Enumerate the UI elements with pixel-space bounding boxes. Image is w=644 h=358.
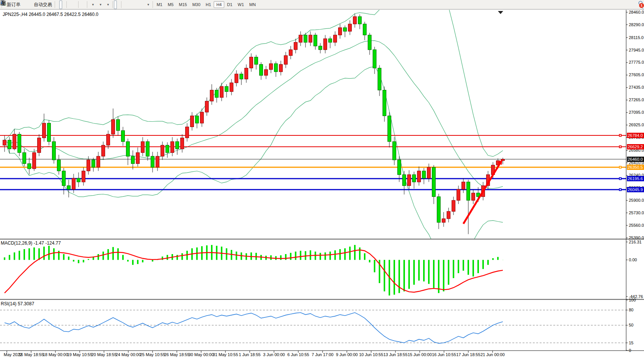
support-line-2-price-flag: 26045.9 <box>627 187 644 192</box>
price-axis-tick: 28290.0 <box>629 22 644 27</box>
time-axis-label[interactable]: 17 Jun 18:55 <box>456 352 480 357</box>
time-axis-label[interactable]: 25 May 10:55 <box>140 352 165 357</box>
price-axis-tick: 27945.0 <box>629 48 644 52</box>
time-axis-label[interactable]: 31 May 10:55 <box>213 352 238 357</box>
price-axis-tick: 26925.0 <box>629 122 644 127</box>
time-axis-label[interactable]: 19 May 10:55 <box>67 352 93 357</box>
resistance-line-2-price-flag: 26629.2 <box>627 144 644 149</box>
time-axis-label[interactable]: 6 Jun 10:55 <box>287 352 309 357</box>
rsi-label: RSI(14) 57.3087 <box>1 301 34 306</box>
candles <box>3 14 505 234</box>
rsi-axis-tick: 50 <box>629 323 633 327</box>
time-axis-label[interactable]: 30 May 00:00 <box>189 352 214 357</box>
time-axis-label[interactable]: 10 Jun 10:55 <box>359 352 383 357</box>
macd-axis-tick: 216.31 <box>629 240 642 244</box>
support-line-1-price-flag: 26195.6 <box>627 176 644 181</box>
rsi-axis-tick: 80 <box>629 308 633 312</box>
time-axis-label[interactable]: 16 May 18:55 <box>19 352 44 357</box>
time-axis-label[interactable]: 9 Jun 00:00 <box>336 352 358 357</box>
pivot-line-price-flag: 26350.5 <box>627 165 644 170</box>
chart-shift-marker[interactable] <box>498 11 503 14</box>
time-axis-label[interactable]: 20 May 18:55 <box>91 352 117 357</box>
rsi-axis-tick: 100 <box>629 298 636 302</box>
price-axis-tick: 27095.0 <box>629 110 644 115</box>
price-axis-tick: 27775.0 <box>629 60 644 64</box>
time-axis-label[interactable]: 24 May 00:00 <box>116 352 141 357</box>
time-axis-label[interactable]: 15 Jun 00:00 <box>408 352 432 357</box>
rsi-axis-tick: 0 <box>629 348 631 353</box>
time-axis-label[interactable]: 7 Jun 17:00 <box>312 352 334 357</box>
macd-indicator <box>5 245 503 295</box>
macd-axis-tick: 0.00 <box>629 258 637 262</box>
time-axis-label[interactable]: 13 Jun 18:55 <box>383 352 408 357</box>
price-axis-tick: 25730.0 <box>629 210 644 215</box>
time-axis-label[interactable]: 3 Jun 00:00 <box>263 352 285 357</box>
price-axis-tick: 25560.0 <box>629 223 644 228</box>
time-axis-label[interactable]: 26 May 18:55 <box>164 352 190 357</box>
price-axis-tick: 27265.0 <box>629 97 644 102</box>
chart-canvas[interactable] <box>0 0 644 358</box>
rsi-axis-tick: 15 <box>629 341 633 345</box>
trading-platform-window: 新订单自动交易▼▼▼EFAT▼M1M5M15M30H1H4D1W1MN1 JPN… <box>0 0 644 358</box>
price-axis-tick: 27435.0 <box>629 85 644 90</box>
price-axis-tick: 27605.0 <box>629 72 644 77</box>
current-price-line-price-flag: 26460.0 <box>627 157 644 162</box>
time-axis-label[interactable]: 21 Jun 00:00 <box>480 352 505 357</box>
price-axis-tick: 28115.0 <box>629 35 644 40</box>
resistance-line-1-price-flag: 26784.0 <box>627 133 644 138</box>
chart-symbol-label: JPN225-,H4 26445.0 26467.5 26422.5 26460… <box>3 12 98 17</box>
macd-label: MACD(12,26,9) -1.47 -124.77 <box>1 240 61 246</box>
price-axis-tick: 28460.0 <box>629 10 644 14</box>
rsi-indicator <box>5 312 503 343</box>
time-axis-label[interactable]: 18 May 00:00 <box>43 352 68 357</box>
time-axis-label[interactable]: 16 Jun 10:55 <box>432 352 456 357</box>
time-axis-label[interactable]: 1 Jun 18:55 <box>239 352 261 357</box>
price-axis-tick: 25900.0 <box>629 198 644 203</box>
